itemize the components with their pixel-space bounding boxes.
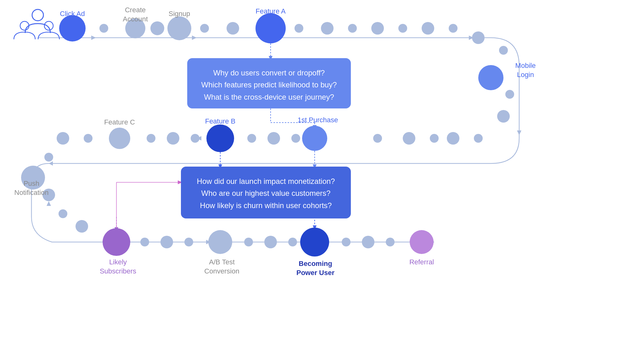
svg-point-74 bbox=[478, 65, 503, 90]
svg-point-64 bbox=[244, 238, 253, 246]
svg-point-66 bbox=[288, 238, 297, 246]
svg-point-57 bbox=[44, 153, 53, 162]
svg-point-47 bbox=[447, 132, 459, 145]
svg-point-69 bbox=[386, 238, 395, 246]
svg-point-59 bbox=[59, 209, 67, 218]
svg-point-28 bbox=[44, 21, 53, 30]
svg-point-42 bbox=[505, 90, 514, 99]
svg-point-46 bbox=[430, 134, 439, 143]
svg-point-79 bbox=[103, 228, 130, 256]
svg-point-50 bbox=[267, 132, 280, 145]
svg-point-51 bbox=[291, 134, 300, 143]
svg-point-52 bbox=[147, 134, 155, 143]
svg-point-80 bbox=[208, 230, 232, 254]
label-likely-subscribers: LikelySubscribers bbox=[93, 258, 143, 276]
svg-point-68 bbox=[362, 236, 374, 248]
label-becoming-power-user: BecomingPower User bbox=[286, 259, 345, 277]
svg-point-77 bbox=[109, 128, 130, 149]
svg-point-36 bbox=[371, 22, 384, 35]
label-create-account: CreateAccount bbox=[113, 6, 157, 24]
svg-point-76 bbox=[302, 126, 327, 151]
svg-marker-1 bbox=[192, 36, 197, 40]
question-box-2: How did our launch impact monetization? … bbox=[181, 167, 351, 218]
label-first-purchase: 1st Purchase bbox=[289, 116, 346, 125]
label-feature-a: Feature A bbox=[247, 7, 294, 16]
svg-point-37 bbox=[398, 24, 407, 33]
svg-point-55 bbox=[84, 134, 93, 143]
svg-point-70 bbox=[59, 15, 86, 41]
svg-point-31 bbox=[200, 24, 209, 33]
svg-point-49 bbox=[247, 134, 256, 143]
svg-point-75 bbox=[206, 124, 234, 152]
svg-point-35 bbox=[348, 24, 357, 33]
svg-point-62 bbox=[160, 236, 173, 248]
svg-point-81 bbox=[300, 228, 329, 256]
svg-marker-6 bbox=[47, 201, 51, 206]
svg-point-60 bbox=[76, 220, 88, 233]
svg-point-53 bbox=[167, 132, 179, 145]
svg-marker-3 bbox=[517, 130, 521, 135]
svg-point-67 bbox=[342, 238, 351, 246]
svg-point-48 bbox=[474, 134, 483, 143]
svg-point-45 bbox=[403, 132, 415, 145]
question-box-1: Why do users convert or dropoff? Which f… bbox=[187, 58, 351, 108]
label-signup: Signup bbox=[160, 9, 198, 19]
svg-point-82 bbox=[410, 230, 434, 254]
svg-point-34 bbox=[321, 22, 334, 35]
svg-point-61 bbox=[140, 238, 149, 246]
label-feature-c: Feature C bbox=[98, 118, 142, 127]
svg-point-73 bbox=[256, 13, 286, 43]
svg-point-26 bbox=[32, 9, 43, 21]
svg-point-54 bbox=[191, 134, 199, 143]
svg-point-65 bbox=[264, 236, 277, 248]
svg-point-56 bbox=[57, 132, 69, 145]
svg-point-27 bbox=[20, 21, 29, 30]
svg-point-44 bbox=[373, 134, 382, 143]
svg-point-39 bbox=[449, 24, 458, 33]
svg-point-63 bbox=[184, 238, 193, 246]
svg-point-38 bbox=[422, 22, 434, 35]
label-mobile-login: MobileLogin bbox=[503, 61, 548, 79]
label-click-ad: Click Ad bbox=[52, 9, 93, 19]
label-ab-test: A/B TestConversion bbox=[197, 258, 247, 276]
label-referral: Referral bbox=[400, 258, 444, 267]
svg-marker-0 bbox=[91, 36, 96, 40]
label-feature-b: Feature B bbox=[197, 117, 244, 126]
svg-point-40 bbox=[472, 31, 485, 44]
svg-point-32 bbox=[227, 22, 239, 35]
diagram-container: Click Ad CreateAccount Signup Feature A … bbox=[0, 0, 629, 364]
svg-point-33 bbox=[295, 24, 303, 33]
svg-point-29 bbox=[99, 24, 108, 33]
svg-point-41 bbox=[499, 46, 508, 55]
svg-marker-5 bbox=[49, 161, 53, 166]
svg-point-43 bbox=[497, 110, 510, 123]
label-push-notification: PushNotification bbox=[6, 179, 57, 197]
svg-point-72 bbox=[167, 16, 191, 40]
